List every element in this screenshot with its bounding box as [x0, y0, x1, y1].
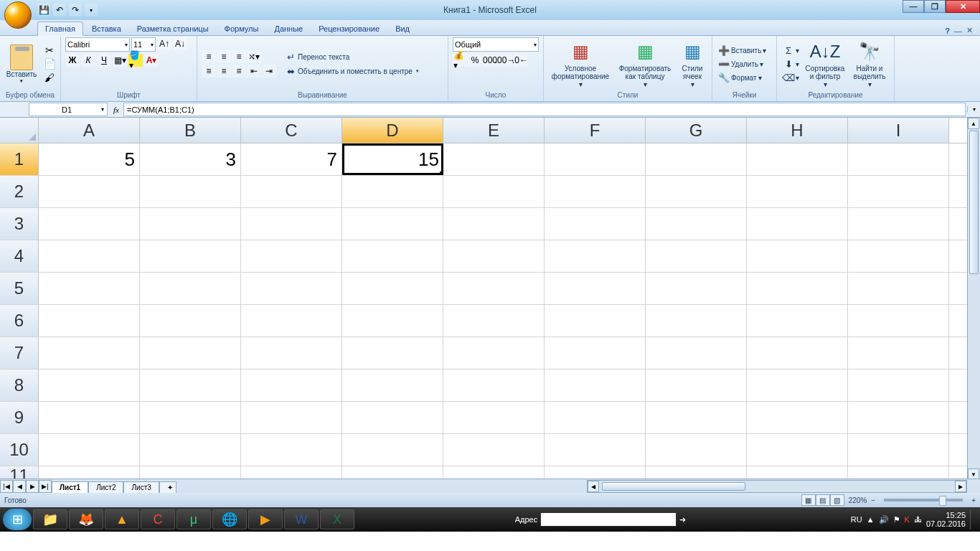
cell-A5[interactable]	[39, 273, 140, 304]
cell-F5[interactable]	[545, 273, 646, 304]
cell-E9[interactable]	[443, 402, 545, 433]
cell-E1[interactable]	[443, 143, 545, 175]
cell-F10[interactable]	[545, 434, 646, 466]
grow-font-icon[interactable]: A↑	[157, 37, 171, 50]
cell-G10[interactable]	[646, 434, 747, 466]
task-firefox[interactable]: 🦊	[69, 509, 103, 529]
find-select-button[interactable]: 🔭Найти и выделить▾	[849, 40, 890, 88]
row-header-2[interactable]: 2	[0, 176, 39, 207]
task-word[interactable]: W	[284, 509, 319, 529]
cell-I6[interactable]	[848, 305, 949, 336]
language-indicator[interactable]: RU	[851, 515, 862, 524]
cell-F2[interactable]	[545, 176, 646, 207]
cell-D10[interactable]	[342, 434, 443, 466]
cell-C10[interactable]	[241, 434, 342, 466]
number-format-combo[interactable]: Общий▾	[453, 37, 539, 52]
cell-B1[interactable]: 3	[140, 143, 241, 175]
close-button[interactable]: ✕	[946, 0, 980, 13]
cell-I5[interactable]	[848, 273, 949, 304]
cell-F7[interactable]	[545, 337, 646, 369]
cell-A8[interactable]	[39, 369, 140, 401]
qat-save[interactable]: 💾	[37, 4, 50, 17]
tab-formulas[interactable]: Формулы	[217, 22, 266, 35]
cell-G9[interactable]	[646, 402, 747, 433]
align-top-icon[interactable]: ≡	[202, 50, 216, 63]
cell-H5[interactable]	[747, 273, 848, 304]
cell-E7[interactable]	[443, 337, 545, 369]
cell-D3[interactable]	[342, 208, 443, 240]
formula-input[interactable]: =СУММ(A1;B1;C1)	[123, 103, 966, 116]
name-box[interactable]: D1▾	[29, 103, 108, 116]
cell-A6[interactable]	[39, 305, 140, 336]
align-center-icon[interactable]: ≡	[217, 65, 231, 77]
cell-D4[interactable]	[342, 240, 443, 272]
maximize-button[interactable]: ❐	[924, 0, 946, 13]
column-header-C[interactable]: C	[241, 118, 342, 143]
sheet-tab-1[interactable]: Лист1	[52, 481, 88, 493]
sheet-nav-next[interactable]: ▶	[26, 480, 39, 493]
cell-I1[interactable]	[848, 143, 949, 175]
cell-H9[interactable]	[747, 402, 848, 433]
cell-B9[interactable]	[140, 402, 241, 433]
orientation-icon[interactable]: ⤭▾	[247, 50, 261, 63]
fx-button[interactable]: fx	[113, 105, 119, 114]
cell-H8[interactable]	[747, 369, 848, 401]
cell-styles-button[interactable]: ▦Стили ячеек▾	[677, 40, 707, 88]
cell-I9[interactable]	[848, 402, 949, 433]
cell-H4[interactable]	[747, 240, 848, 272]
address-input[interactable]	[540, 512, 677, 527]
sort-filter-button[interactable]: A↓ZСортировка и фильтр▾	[804, 40, 847, 88]
cell-E6[interactable]	[443, 305, 545, 336]
bold-button[interactable]: Ж	[65, 54, 80, 67]
tray-kaspersky-icon[interactable]: K	[905, 515, 910, 524]
format-painter-icon[interactable]: 🖌	[43, 71, 56, 84]
cell-grid[interactable]: ABCDEFGHI153715234567891011	[0, 118, 980, 485]
tray-date[interactable]: 07.02.2016	[926, 519, 966, 528]
column-header-D[interactable]: D	[342, 118, 443, 143]
cell-I4[interactable]	[848, 240, 949, 272]
cell-B6[interactable]	[140, 305, 241, 336]
cell-I8[interactable]	[848, 369, 949, 401]
task-media-player[interactable]: ▶	[248, 509, 283, 529]
align-middle-icon[interactable]: ≡	[217, 50, 231, 63]
column-header-F[interactable]: F	[545, 118, 646, 143]
qat-undo[interactable]: ↶	[53, 4, 66, 17]
cell-A9[interactable]	[39, 402, 140, 433]
horizontal-scrollbar[interactable]: ◀ ▶	[587, 480, 967, 493]
tray-flag-icon[interactable]: ⚑	[893, 515, 900, 524]
zoom-in-button[interactable]: +	[971, 496, 976, 504]
format-cells-button[interactable]: 🔧Формат▾	[717, 71, 768, 84]
cell-F8[interactable]	[545, 369, 646, 401]
cell-C8[interactable]	[241, 369, 342, 401]
insert-cells-button[interactable]: ➕Вставить▾	[717, 44, 768, 57]
cell-I2[interactable]	[848, 176, 949, 207]
tab-review[interactable]: Рецензирование	[311, 22, 387, 35]
format-table-button[interactable]: ▦Форматировать как таблицу▾	[616, 40, 674, 88]
cell-C6[interactable]	[241, 305, 342, 336]
cell-H7[interactable]	[747, 337, 848, 369]
row-header-4[interactable]: 4	[0, 240, 39, 272]
cell-B10[interactable]	[140, 434, 241, 466]
task-ccleaner[interactable]: C	[141, 509, 175, 529]
minimize-button[interactable]: —	[903, 0, 924, 13]
zoom-slider[interactable]	[884, 499, 963, 501]
start-button[interactable]: ⊞	[3, 509, 32, 530]
column-header-E[interactable]: E	[443, 118, 545, 143]
tray-network-icon[interactable]: 🖧	[914, 515, 922, 524]
sheet-nav-first[interactable]: |◀	[0, 480, 13, 493]
vertical-scrollbar[interactable]: ▲ ▼	[967, 118, 980, 480]
view-normal-button[interactable]: ▦	[801, 494, 816, 506]
shrink-font-icon[interactable]: A↓	[173, 37, 187, 50]
sheet-tab-2[interactable]: Лист2	[88, 481, 123, 493]
qat-redo[interactable]: ↷	[69, 4, 82, 17]
address-go-icon[interactable]: ➜	[679, 515, 686, 524]
tab-data[interactable]: Данные	[267, 22, 310, 35]
cell-D8[interactable]	[342, 369, 443, 401]
cell-B3[interactable]	[140, 208, 241, 240]
show-desktop-button[interactable]	[970, 509, 977, 529]
cell-F4[interactable]	[545, 240, 646, 272]
row-header-7[interactable]: 7	[0, 337, 39, 369]
office-button[interactable]	[4, 1, 32, 29]
increase-decimal-icon[interactable]: .00→	[498, 54, 512, 67]
font-size-combo[interactable]: 11▾	[131, 37, 156, 52]
